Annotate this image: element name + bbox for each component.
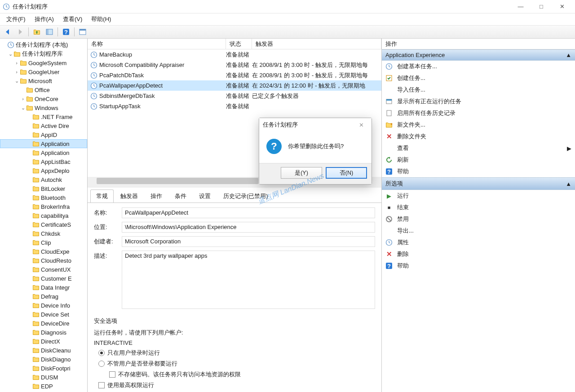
tree-node[interactable]: Clip — [0, 238, 87, 247]
col-trigger[interactable]: 触发器 — [252, 39, 381, 49]
col-status[interactable]: 状态 — [226, 39, 252, 49]
up-button[interactable] — [31, 26, 43, 38]
action-item[interactable]: ■结束 — [382, 202, 575, 213]
dialog-yes-button[interactable]: 是(Y) — [281, 167, 322, 179]
tab[interactable]: 条件 — [169, 189, 192, 203]
tree-node[interactable]: .NET Frame — [0, 112, 87, 121]
task-row[interactable]: PcaPatchDbTask准备就绪在 2008/9/1 的 3:00 时 - … — [88, 70, 381, 80]
tab[interactable]: 操作 — [145, 189, 168, 203]
tab[interactable]: 设置 — [193, 189, 217, 203]
action-item[interactable]: ?帮助 — [382, 260, 575, 272]
action-item[interactable]: 创建基本任务... — [382, 61, 575, 72]
list-header: 名称 状态 触发器 — [88, 39, 381, 49]
panes-button[interactable] — [44, 26, 55, 38]
radio-any-logon[interactable] — [98, 361, 105, 367]
tab[interactable]: 触发器 — [115, 189, 144, 203]
menu-action[interactable]: 操作(A) — [31, 14, 58, 24]
tree-node[interactable]: AppListBac — [0, 157, 87, 166]
tree-node[interactable]: Device Set — [0, 310, 87, 319]
tree-node[interactable]: Office — [0, 85, 87, 94]
forward-button[interactable] — [14, 26, 26, 38]
tree-node[interactable]: Device Info — [0, 301, 87, 310]
tree-node[interactable]: Application — [0, 148, 87, 157]
tree-node[interactable]: Customer E — [0, 274, 87, 283]
action-item[interactable]: 导入任务... — [382, 84, 575, 96]
tree-node[interactable]: Bluetooth — [0, 193, 87, 202]
tree-node[interactable]: EDP — [0, 382, 87, 391]
tree-node[interactable]: BrokerInfra — [0, 202, 87, 211]
tree-node[interactable]: ›GoogleSystem — [0, 58, 87, 67]
tree-node[interactable]: CloudResto — [0, 256, 87, 265]
action-item[interactable]: ?帮助 — [382, 166, 575, 177]
tree-node[interactable]: DiskDiagno — [0, 355, 87, 364]
task-list[interactable]: MareBackup准备就绪Microsoft Compatibility Ap… — [88, 49, 381, 113]
dialog-message: 你希望删除此任务吗? — [288, 142, 344, 150]
action-item[interactable]: *新文件夹... — [382, 119, 575, 131]
action-item[interactable]: 启用所有任务历史记录 — [382, 107, 575, 119]
task-row[interactable]: StartupAppTask准备就绪 — [88, 101, 381, 111]
task-row[interactable]: PcaWallpaperAppDetect准备就绪在 2024/3/1 的 12… — [88, 80, 381, 91]
action-item[interactable]: 属性 — [382, 237, 575, 248]
menu-file[interactable]: 文件(F) — [3, 14, 29, 24]
tree-node[interactable]: DUSM — [0, 373, 87, 382]
menu-view[interactable]: 查看(V) — [59, 14, 86, 24]
chk-no-password[interactable] — [109, 371, 115, 378]
tree-node[interactable]: ⌄Microsoft — [0, 76, 87, 85]
tree-node[interactable]: ConsentUX — [0, 265, 87, 274]
nav-tree[interactable]: 任务计划程序 (本地)⌄任务计划程序库›GoogleSystem›GoogleU… — [0, 39, 88, 392]
tree-node[interactable]: DiskCleanu — [0, 346, 87, 355]
menu-help[interactable]: 帮助(H) — [88, 14, 115, 24]
tree-node[interactable]: ⌄任务计划程序库 — [0, 49, 87, 58]
actions-section-2[interactable]: 所选项▲ — [382, 177, 575, 190]
action-item[interactable]: 查看▶ — [382, 142, 575, 154]
radio-logon-only[interactable] — [98, 350, 105, 356]
back-button[interactable] — [2, 26, 13, 38]
action-item[interactable]: ✕删除 — [382, 248, 575, 260]
tree-node[interactable]: Application — [0, 139, 87, 148]
tree-node[interactable]: ⌄Windows — [0, 103, 87, 112]
tree-node[interactable]: Chkdsk — [0, 229, 87, 238]
tree-node[interactable]: Diagnosis — [0, 328, 87, 337]
tree-node[interactable]: CertificateS — [0, 220, 87, 229]
action-item[interactable]: 刷新 — [382, 154, 575, 166]
tree-node[interactable]: DeviceDire — [0, 319, 87, 328]
task-row[interactable]: SdbinstMergeDbTask准备就绪已定义多个触发器 — [88, 91, 381, 101]
action-icon: ? — [385, 168, 393, 175]
task-row[interactable]: MareBackup准备就绪 — [88, 49, 381, 60]
action-item[interactable]: 禁用 — [382, 213, 575, 225]
tree-node[interactable]: DiskFootpri — [0, 364, 87, 373]
maximize-button[interactable]: □ — [531, 0, 552, 13]
action-item[interactable]: ✕删除文件夹 — [382, 131, 575, 142]
tree-node[interactable]: Data Integr — [0, 283, 87, 292]
help-button[interactable]: ? — [60, 26, 72, 38]
action-item[interactable]: 显示所有正在运行的任务 — [382, 96, 575, 107]
tree-node[interactable]: Autochk — [0, 175, 87, 184]
actions-section-1[interactable]: Application Experience▲ — [382, 49, 575, 61]
dialog-no-button[interactable]: 否(N) — [326, 167, 367, 179]
tree-node[interactable]: Defrag — [0, 292, 87, 301]
tree-node[interactable]: BitLocker — [0, 184, 87, 193]
col-name[interactable]: 名称 — [88, 39, 226, 49]
close-button[interactable]: ✕ — [552, 0, 572, 13]
tree-node[interactable]: ›OneCore — [0, 94, 87, 103]
tree-node[interactable]: capabilitya — [0, 211, 87, 220]
tree-node[interactable]: 任务计划程序 (本地) — [0, 40, 87, 49]
task-row[interactable]: Microsoft Compatibility Appraiser准备就绪在 2… — [88, 60, 381, 70]
dialog-close-icon[interactable]: ✕ — [354, 122, 368, 128]
tab[interactable]: 常规 — [90, 189, 114, 203]
val-desc[interactable]: Detect 3rd party wallpaper apps — [122, 251, 375, 309]
tree-node[interactable]: AppxDeplo — [0, 166, 87, 175]
tree-node[interactable]: DirectX — [0, 337, 87, 346]
chk-highest-priv[interactable] — [98, 382, 105, 388]
minimize-button[interactable]: — — [510, 0, 531, 13]
tree-node[interactable]: AppID — [0, 130, 87, 139]
action-item[interactable]: ▶运行 — [382, 190, 575, 202]
view-button[interactable] — [77, 26, 88, 38]
tab[interactable]: 历史记录(已禁用) — [217, 189, 274, 203]
action-item[interactable]: 导出... — [382, 225, 575, 237]
tree-node[interactable]: ›GoogleUser — [0, 67, 87, 76]
action-item[interactable]: 创建任务... — [382, 72, 575, 84]
tree-node[interactable]: Active Dire — [0, 121, 87, 130]
toolbar: ? — [0, 25, 575, 39]
tree-node[interactable]: CloudExpe — [0, 247, 87, 256]
